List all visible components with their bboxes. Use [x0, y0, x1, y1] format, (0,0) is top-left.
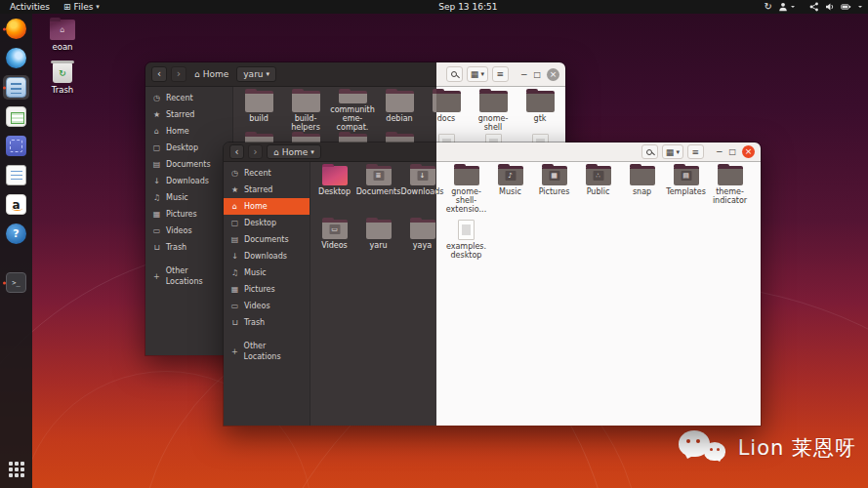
sidebar-item-home[interactable]: ⌂ Home [145, 123, 232, 140]
folder-icon: ≣ [366, 166, 392, 185]
folder-icon [454, 166, 479, 185]
caret-down-icon [857, 4, 863, 10]
search-button[interactable] [641, 144, 658, 159]
sidebar-item-icon: ▢ [152, 142, 161, 153]
file-videos[interactable]: ▭ Videos [312, 218, 356, 271]
close-button[interactable]: × [547, 68, 559, 81]
desktop-icons: ⌂ eoan ↻ Trash [41, 20, 84, 95]
file-examples-desktop[interactable]: examples. desktop [444, 218, 488, 271]
sidebar-item-documents[interactable]: ▤ Documents [145, 156, 232, 173]
accessibility-icon[interactable] [778, 2, 788, 12]
sidebar-item-other-locations[interactable]: + Other Locations [145, 263, 232, 290]
file-templates[interactable]: ▤ Templates [664, 164, 708, 218]
sidebar-item-recent[interactable]: ◷ Recent [145, 90, 232, 106]
folder-icon [292, 91, 320, 112]
files-window-home: ‹ › ⌂ Home ▾ ▦ ▾ ≡ − □ [223, 142, 762, 427]
menu-button[interactable]: ≡ [687, 144, 704, 159]
show-applications-button[interactable] [3, 459, 29, 480]
desktop-icon-trash[interactable]: ↻ Trash [41, 62, 84, 95]
sidebar-item-documents[interactable]: ▤ Documents [224, 231, 310, 248]
terminal-icon[interactable]: >_ [3, 270, 29, 295]
activities-button[interactable]: Activities [10, 2, 50, 12]
file-documents[interactable]: ≣ Documents [356, 164, 400, 218]
back-button[interactable]: ‹ [229, 144, 244, 159]
search-icon [451, 71, 457, 77]
sidebar-item-pictures[interactable]: ▦ Pictures [145, 206, 232, 223]
volume-icon[interactable] [825, 2, 835, 12]
app-menu-files[interactable]: ⊞ Files ▾ [63, 2, 100, 12]
sidebar-item-icon: ⊔ [152, 242, 161, 253]
minimize-button[interactable]: − [716, 147, 723, 156]
sidebar-item-recent[interactable]: ◷ Recent [224, 165, 310, 182]
sidebar-item-desktop[interactable]: ▢ Desktop [145, 140, 232, 156]
file-pictures[interactable]: ▦ Pictures [532, 164, 576, 218]
file-gnome-shell-extensions[interactable]: gnome- shell- extensio... [444, 164, 488, 218]
forward-button[interactable]: › [248, 144, 263, 159]
system-indicators[interactable]: ↻ [765, 2, 868, 12]
firefox-icon[interactable] [3, 17, 29, 41]
software-updater-icon[interactable] [3, 104, 29, 129]
breadcrumb-current-folder[interactable]: yaru ▾ [236, 66, 276, 82]
file-yaru[interactable]: yaru [356, 218, 400, 271]
folder-icon [630, 166, 655, 185]
sidebar-item-starred[interactable]: ★ Starred [224, 182, 310, 198]
view-toggle-button[interactable]: ▦ ▾ [662, 144, 683, 159]
sidebar-item-icon: ⊔ [230, 317, 239, 328]
back-button[interactable]: ‹ [151, 66, 167, 82]
folder-icon: ∴ [586, 166, 611, 185]
sidebar-item-downloads[interactable]: ↓ Downloads [145, 173, 232, 189]
libreoffice-writer-icon[interactable] [3, 163, 29, 187]
sidebar-item-other-locations[interactable]: + Other Locations [224, 338, 310, 365]
battery-icon[interactable] [841, 2, 851, 12]
desktop-icon-eoan[interactable]: ⌂ eoan [41, 20, 84, 52]
sidebar-item-icon: ▭ [230, 301, 239, 311]
menu-button[interactable]: ≡ [492, 66, 509, 82]
sidebar-item-downloads[interactable]: ↓ Downloads [224, 248, 310, 264]
amazon-icon[interactable]: a [3, 192, 29, 217]
chevron-down-icon: ▾ [480, 70, 484, 78]
sidebar-item-home[interactable]: ⌂ Home [224, 198, 310, 215]
sidebar-item-music[interactable]: ♫ Music [145, 189, 232, 206]
maximize-button[interactable]: □ [533, 70, 541, 79]
minimize-button[interactable]: − [520, 70, 528, 79]
file-public[interactable]: ∴ Public [576, 164, 620, 218]
sidebar-item-starred[interactable]: ★ Starred [145, 106, 232, 123]
watermark: Lion 莱恩呀 [679, 430, 856, 466]
sidebar-item-trash[interactable]: ⊔ Trash [145, 239, 232, 256]
network-share-icon[interactable] [809, 2, 819, 12]
folder-icon: ▦ [542, 166, 567, 185]
chevron-down-icon: ▾ [267, 70, 270, 78]
close-button[interactable]: × [742, 145, 755, 158]
sidebar-item-desktop[interactable]: ▢ Desktop [224, 215, 310, 231]
files-icon[interactable] [3, 75, 29, 100]
file-desktop[interactable]: Desktop [312, 164, 356, 218]
file-theme-indicator[interactable]: theme- indicator [708, 164, 752, 218]
breadcrumb-home[interactable]: ⌂ Home [190, 69, 232, 79]
file-build[interactable]: build [235, 89, 282, 132]
file-gtk[interactable]: gtk [517, 89, 563, 132]
sidebar-item-pictures[interactable]: ▦ Pictures [224, 281, 310, 298]
boxes-icon[interactable] [3, 134, 29, 158]
help-icon[interactable]: ? [3, 222, 29, 246]
sidebar-item-videos[interactable]: ▭ Videos [224, 298, 310, 314]
clock[interactable]: Sep 13 16:51 [438, 2, 497, 12]
file-build-helpers[interactable]: build- helpers [282, 89, 329, 132]
file-snap[interactable]: snap [620, 164, 664, 218]
folder-icon [245, 91, 273, 112]
file-debian[interactable]: debian [376, 89, 423, 132]
file-gnome-shell[interactable]: gnome- shell [470, 89, 517, 132]
forward-button[interactable]: › [171, 66, 186, 82]
sidebar-item-trash[interactable]: ⊔ Trash [224, 314, 310, 331]
view-toggle-button[interactable]: ▦ ▾ [467, 66, 488, 82]
file-communitheme-compat[interactable]: communith eme- compat. [329, 89, 376, 132]
maximize-button[interactable]: □ [728, 147, 736, 156]
sidebar-item-videos[interactable]: ▭ Videos [145, 223, 232, 239]
sidebar-item-icon: ↓ [152, 176, 161, 186]
thunderbird-icon[interactable] [3, 46, 29, 70]
sidebar-item-icon: + [152, 271, 161, 282]
sidebar-item-music[interactable]: ♫ Music [224, 264, 310, 281]
breadcrumb-home[interactable]: ⌂ Home ▾ [267, 144, 321, 159]
updates-icon[interactable]: ↻ [765, 2, 772, 12]
search-button[interactable] [446, 66, 463, 82]
file-music[interactable]: ♪ Music [488, 164, 532, 218]
